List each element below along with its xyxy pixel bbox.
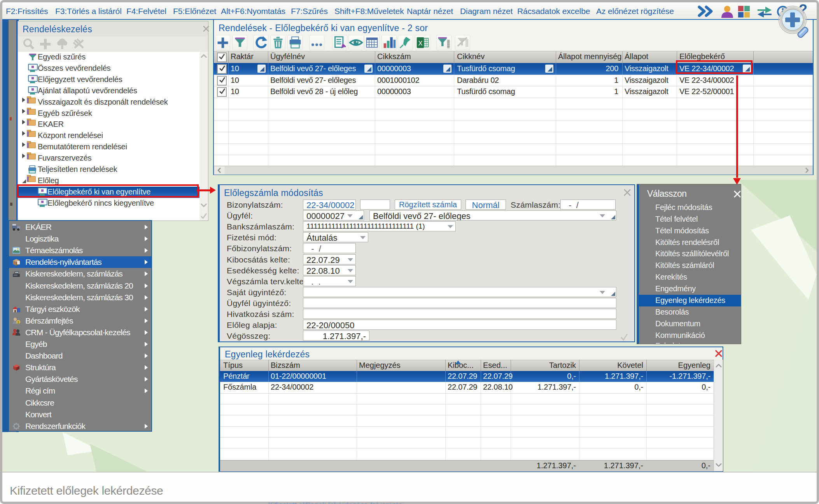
svg-text:X: X (418, 40, 422, 47)
svg-text:$: $ (18, 320, 19, 324)
